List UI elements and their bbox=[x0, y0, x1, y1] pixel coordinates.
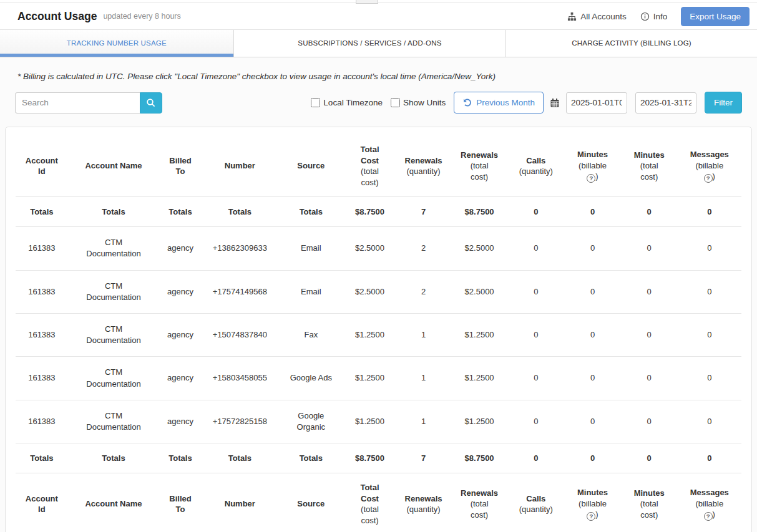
table-cell: Totals bbox=[68, 443, 160, 473]
table-cell: 0 bbox=[678, 197, 741, 227]
table-cell: Totals bbox=[202, 197, 278, 227]
table-cell: 7 bbox=[396, 443, 451, 473]
table-cell: $1.2500 bbox=[451, 400, 508, 443]
table-cell: 0 bbox=[507, 400, 564, 443]
table-cell: +15074837840 bbox=[202, 313, 278, 356]
table-cell: Email bbox=[278, 227, 344, 270]
column-header-minutes-total-cost[interactable]: Minutes(total cost) bbox=[621, 135, 678, 197]
table-cell: 0 bbox=[678, 357, 741, 400]
table-cell: $8.7500 bbox=[344, 197, 396, 227]
column-header-account-name[interactable]: Account Name bbox=[68, 473, 160, 532]
table-cell: $8.7500 bbox=[344, 443, 396, 473]
column-header-billed-to[interactable]: Billed To bbox=[159, 135, 201, 197]
tab-subscriptions-services-addons[interactable]: SUBSCRIPTIONS / SERVICES / ADD-ONS bbox=[233, 30, 506, 57]
column-header-minutes-billable[interactable]: Minutes(billable?) bbox=[564, 135, 621, 197]
help-icon[interactable]: ? bbox=[587, 512, 595, 521]
column-header-messages-billable[interactable]: Messages(billable?) bbox=[678, 473, 741, 532]
table-cell: 0 bbox=[621, 313, 678, 356]
table-cell: CTM Documentation bbox=[68, 400, 160, 443]
help-icon[interactable]: ? bbox=[587, 174, 595, 183]
table-cell: 0 bbox=[678, 400, 741, 443]
table-cell: 161383 bbox=[16, 357, 68, 400]
column-header-source[interactable]: Source bbox=[278, 473, 344, 532]
table-row: 161383CTM Documentationagency+1386230963… bbox=[16, 227, 741, 270]
local-timezone-checkbox[interactable] bbox=[311, 98, 320, 107]
table-cell: 0 bbox=[507, 197, 564, 227]
column-header-total-cost[interactable]: Total Cost(total cost) bbox=[344, 135, 396, 197]
column-header-account-name[interactable]: Account Name bbox=[68, 135, 160, 197]
table-cell: 161383 bbox=[16, 227, 68, 270]
tab-charge-activity-billing-log[interactable]: CHARGE ACTIVITY (BILLING LOG) bbox=[505, 30, 757, 57]
table-row: 161383CTM Documentationagency+1757414956… bbox=[16, 270, 741, 313]
column-header-total-cost[interactable]: Total Cost(total cost) bbox=[344, 473, 396, 532]
table-cell: CTM Documentation bbox=[68, 227, 160, 270]
column-header-renewals-quantity[interactable]: Renewals(quantity) bbox=[396, 473, 451, 532]
header-bar: Account Usage updated every 8 hours All … bbox=[0, 3, 757, 29]
search-icon bbox=[146, 98, 156, 108]
table-cell: 161383 bbox=[16, 400, 68, 443]
table-cell: 1 bbox=[396, 313, 451, 356]
table-cell: 0 bbox=[678, 313, 741, 356]
help-icon[interactable]: ? bbox=[704, 512, 713, 521]
show-units-label: Show Units bbox=[403, 98, 446, 107]
search-button[interactable] bbox=[140, 92, 162, 114]
table-cell: $2.5000 bbox=[344, 227, 396, 270]
table-cell: 0 bbox=[564, 400, 621, 443]
table-cell: CTM Documentation bbox=[68, 270, 160, 313]
column-header-renewals-total-cost[interactable]: Renewals(total cost) bbox=[451, 135, 508, 197]
table-footer-header-row: Account Id Account Name Billed To Number… bbox=[16, 473, 741, 532]
table-cell: 0 bbox=[507, 313, 564, 356]
column-header-account-id[interactable]: Account Id bbox=[16, 135, 68, 197]
table-cell: 0 bbox=[564, 313, 621, 356]
table-cell: Google Organic bbox=[278, 400, 344, 443]
page-title: Account Usage bbox=[17, 10, 97, 23]
column-header-calls-quantity[interactable]: Calls(quantity) bbox=[507, 473, 564, 532]
search-input[interactable] bbox=[15, 92, 140, 114]
column-header-source[interactable]: Source bbox=[278, 135, 344, 197]
table-cell: 0 bbox=[507, 357, 564, 400]
table-cell: 0 bbox=[507, 227, 564, 270]
table-cell: Totals bbox=[202, 443, 278, 473]
table-header-row: Account Id Account Name Billed To Number… bbox=[16, 135, 741, 197]
column-header-minutes-billable[interactable]: Minutes(billable?) bbox=[564, 473, 621, 532]
column-header-renewals-quantity[interactable]: Renewals(quantity) bbox=[396, 135, 451, 197]
previous-month-button[interactable]: Previous Month bbox=[454, 92, 544, 114]
table-cell: $8.7500 bbox=[451, 443, 508, 473]
column-header-renewals-total-cost[interactable]: Renewals(total cost) bbox=[451, 473, 508, 532]
table-cell: Totals bbox=[159, 197, 201, 227]
all-accounts-button[interactable]: All Accounts bbox=[567, 12, 627, 21]
table-cell: 0 bbox=[678, 270, 741, 313]
column-header-calls-quantity[interactable]: Calls(quantity) bbox=[507, 135, 564, 197]
column-header-minutes-total-cost[interactable]: Minutes(total cost) bbox=[621, 473, 678, 532]
table-cell: agency bbox=[159, 357, 201, 400]
table-cell: Totals bbox=[278, 197, 344, 227]
table-cell: 161383 bbox=[16, 270, 68, 313]
table-cell: 0 bbox=[564, 357, 621, 400]
column-header-account-id[interactable]: Account Id bbox=[16, 473, 68, 532]
column-header-messages-billable[interactable]: Messages(billable?) bbox=[678, 135, 741, 197]
usage-table-card: Account Id Account Name Billed To Number… bbox=[5, 127, 752, 532]
table-cell: 0 bbox=[678, 443, 741, 473]
column-header-billed-to[interactable]: Billed To bbox=[159, 473, 201, 532]
column-header-number[interactable]: Number bbox=[202, 135, 278, 197]
column-header-number[interactable]: Number bbox=[202, 473, 278, 532]
tab-bar: TRACKING NUMBER USAGE SUBSCRIPTIONS / SE… bbox=[0, 29, 757, 57]
export-usage-button[interactable]: Export Usage bbox=[681, 7, 750, 26]
top-edge-strip bbox=[0, 0, 757, 3]
show-units-checkbox[interactable] bbox=[391, 98, 400, 107]
totals-row-top: TotalsTotalsTotalsTotalsTotals$8.75007$8… bbox=[16, 197, 741, 227]
local-timezone-label: Local Timezone bbox=[323, 98, 383, 107]
calendar-icon[interactable] bbox=[550, 98, 560, 108]
filter-button[interactable]: Filter bbox=[705, 92, 742, 114]
info-icon bbox=[640, 12, 650, 21]
table-cell: $1.2500 bbox=[344, 313, 396, 356]
table-cell: $2.5000 bbox=[344, 270, 396, 313]
table-cell: CTM Documentation bbox=[68, 357, 160, 400]
table-cell: 0 bbox=[564, 197, 621, 227]
info-button[interactable]: Info bbox=[640, 12, 668, 21]
date-start-input[interactable] bbox=[566, 92, 627, 114]
help-icon[interactable]: ? bbox=[704, 174, 713, 183]
tab-tracking-number-usage[interactable]: TRACKING NUMBER USAGE bbox=[0, 30, 233, 57]
table-cell: Totals bbox=[16, 197, 68, 227]
date-end-input[interactable] bbox=[635, 92, 696, 114]
